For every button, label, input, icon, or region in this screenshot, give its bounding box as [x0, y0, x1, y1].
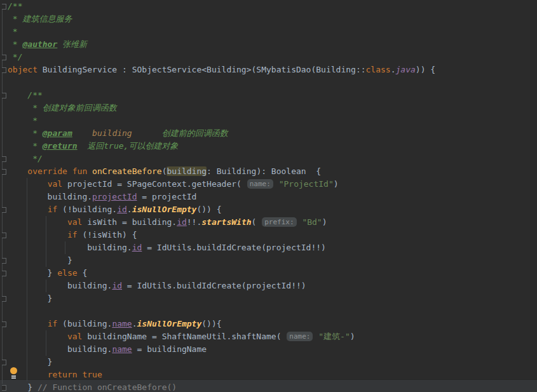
code-token: building.	[8, 192, 92, 201]
code-token: }	[8, 382, 37, 392]
code-token: class	[366, 65, 391, 74]
code-token: building	[167, 166, 207, 176]
code-token: }	[8, 357, 52, 367]
code-token: building.	[8, 243, 132, 252]
lightbulb-glass	[10, 367, 17, 374]
editor-gutter[interactable]	[0, 0, 8, 392]
code-line[interactable]: if (building.name.isNullOrEmpty()){	[8, 318, 537, 330]
code-line[interactable]: /**	[8, 0, 537, 13]
code-line[interactable]: * @param building 创建前的回调函数	[8, 127, 537, 140]
code-token: @param	[43, 128, 72, 138]
code-token: "建筑-"	[318, 332, 350, 341]
code-line[interactable]: * 创建对象前回调函数	[8, 102, 537, 114]
code-line[interactable]: return true	[8, 368, 537, 381]
code-line[interactable]: /**	[8, 89, 537, 102]
code-line[interactable]: *	[8, 114, 537, 127]
code-line[interactable]: object BuildingService : SObjectService<…	[8, 64, 537, 76]
code-line[interactable]: val isWith = building.id!!.startsWith( p…	[8, 216, 537, 229]
parameter-hint-badge: name:	[287, 332, 313, 341]
code-line[interactable]: * @author 张维新	[8, 38, 537, 51]
code-token: else	[57, 268, 77, 278]
fold-marker-icon[interactable]	[2, 321, 6, 327]
code-token: id	[117, 205, 127, 214]
sticky-code-line[interactable]: } // Function onCreateBefore()	[8, 381, 537, 392]
fold-marker-icon[interactable]	[2, 67, 6, 73]
code-token: isNullOrEmpty	[132, 205, 197, 214]
code-line[interactable]: * @return 返回true,可以创建对象	[8, 140, 537, 152]
code-token: * 创建对象前回调函数	[8, 103, 117, 112]
fold-marker-icon[interactable]	[2, 93, 6, 98]
code-token: )	[334, 179, 339, 189]
code-token: : Building): Boolean {	[207, 166, 321, 176]
code-token	[8, 230, 67, 240]
fold-marker-icon[interactable]	[2, 156, 6, 162]
code-line[interactable]: *	[8, 25, 537, 38]
code-line[interactable]: building.id = IdUtils.buildIdCreate(proj…	[8, 241, 537, 254]
fold-marker-icon[interactable]	[2, 258, 6, 264]
code-line[interactable]: override fun onCreateBefore(building: Bu…	[8, 165, 537, 178]
code-line[interactable]	[8, 305, 537, 318]
fold-marker-icon[interactable]	[2, 55, 6, 60]
code-token: if	[67, 230, 78, 240]
code-token: object	[8, 65, 37, 74]
code-token: true	[82, 370, 102, 379]
fold-marker-icon[interactable]	[2, 233, 6, 238]
fold-marker-icon[interactable]	[2, 296, 6, 302]
code-line[interactable]: if (!building.id.isNullOrEmpty()) {	[8, 203, 537, 216]
code-token	[8, 319, 48, 328]
code-token: if	[48, 205, 58, 214]
code-token: .	[391, 65, 396, 74]
code-token: isWith = building.	[82, 217, 177, 227]
code-line[interactable]: } else {	[8, 267, 537, 280]
code-line[interactable]: building.name = buildingName	[8, 343, 537, 356]
code-lines[interactable]: /** * 建筑信息服务 * * @author 张维新 */object Bu…	[0, 0, 537, 392]
code-line[interactable]: building.id = IdUtils.buildIdCreate(proj…	[8, 280, 537, 292]
code-token	[67, 166, 72, 176]
code-token	[8, 90, 27, 100]
code-line[interactable]: */	[8, 51, 537, 64]
code-token: fun	[72, 166, 87, 176]
code-line[interactable]: }	[8, 254, 537, 267]
code-token: id	[132, 243, 142, 252]
code-token: (!building.	[57, 205, 117, 214]
code-token: /**	[27, 90, 42, 100]
fold-marker-icon[interactable]	[2, 4, 6, 10]
code-token: * 建筑信息服务	[8, 14, 72, 24]
code-token: )	[322, 217, 327, 227]
code-line[interactable]	[8, 76, 537, 89]
code-token: }	[8, 255, 72, 265]
code-line[interactable]: */	[8, 152, 537, 165]
fold-marker-icon[interactable]	[2, 169, 6, 175]
code-token: = IdUtils.buildIdCreate(projectId!!)	[142, 243, 326, 252]
code-token: *	[8, 39, 22, 49]
code-token: *	[8, 27, 18, 36]
code-token: id	[112, 281, 122, 290]
code-line[interactable]: * 建筑信息服务	[8, 13, 537, 25]
code-token: *	[8, 141, 43, 151]
code-line[interactable]: val projectId = SPageContext.getHeader( …	[8, 178, 537, 191]
fold-marker-icon[interactable]	[2, 360, 6, 365]
parameter-hint-badge: prefix:	[262, 217, 296, 227]
code-token: projectId = SPageContext.getHeader(	[62, 179, 247, 189]
intention-lightbulb-icon[interactable]	[10, 367, 18, 379]
fold-marker-icon[interactable]	[2, 271, 6, 276]
code-token: projectId	[92, 192, 137, 201]
fold-marker-icon[interactable]	[2, 385, 6, 391]
code-line[interactable]: val buildingName = ShaftNameUtil.shaftNa…	[8, 330, 537, 343]
code-token: (	[252, 217, 262, 227]
code-token: */	[8, 52, 22, 62]
code-token: 创建前的回调函数	[162, 128, 228, 138]
code-token: name	[112, 319, 132, 328]
lightbulb-base	[11, 377, 16, 379]
code-token: @author	[22, 39, 57, 49]
code-token: // Function onCreateBefore()	[37, 382, 177, 392]
code-token: building.	[8, 344, 112, 354]
code-line[interactable]: }	[8, 292, 537, 305]
code-token: = IdUtils.buildIdCreate(projectId!!)	[122, 281, 306, 290]
code-line[interactable]: if (!isWith) {	[8, 229, 537, 241]
code-line[interactable]: building.projectId = projectId	[8, 191, 537, 203]
code-line[interactable]: }	[8, 356, 537, 368]
code-token: !!.	[187, 217, 201, 227]
fold-marker-icon[interactable]	[2, 207, 6, 213]
code-token: }	[8, 294, 52, 303]
